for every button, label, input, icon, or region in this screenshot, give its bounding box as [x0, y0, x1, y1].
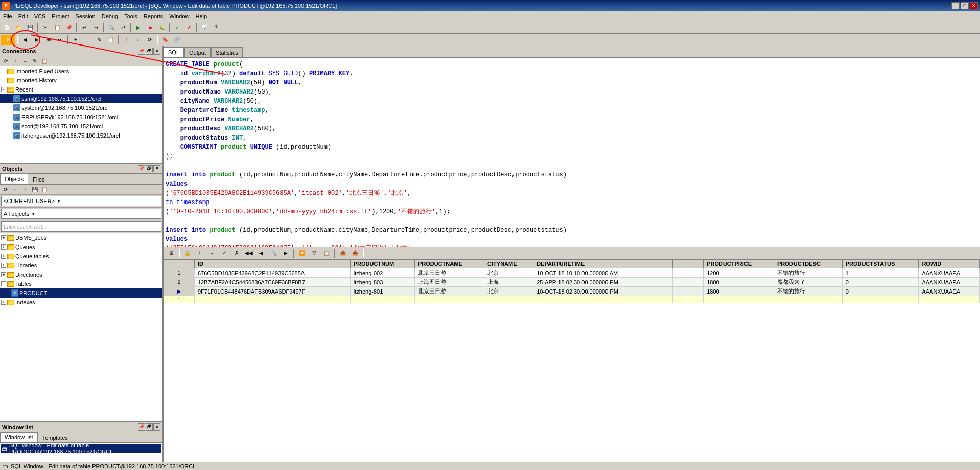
tb-debug[interactable]: 🐛 [156, 23, 168, 33]
obj-tb2[interactable]: ← [11, 185, 20, 194]
wl-tab-templates[interactable]: Templates [38, 432, 73, 442]
menu-item-file[interactable]: File [0, 11, 15, 21]
tb-find[interactable]: 🔍 [106, 23, 117, 33]
conn-tb3[interactable]: - [20, 57, 30, 66]
grid-tb-import[interactable]: 📥 [349, 248, 361, 258]
col-rowid[interactable]: ROWID [919, 260, 980, 268]
col-cityname[interactable]: CITYNAME [484, 260, 533, 268]
grid-tb-more[interactable]: ⋯ [366, 248, 377, 258]
tb-copy[interactable]: 📋 [52, 23, 63, 33]
col-productprice[interactable]: PRODUCTPRICE [704, 260, 774, 268]
obj-queues[interactable]: + 📁 Queues [0, 242, 162, 252]
wl-pin-btn[interactable]: 📌 [138, 423, 145, 431]
obj-tb4[interactable]: 💾 [30, 185, 39, 194]
obj-queue-tables[interactable]: + 📁 Queue tables [0, 252, 162, 261]
tb-new[interactable]: 📄 [1, 23, 12, 33]
conn-restore-btn[interactable]: 🗗 [146, 48, 153, 55]
cell-productname[interactable]: 北京三日游 [414, 268, 484, 278]
tb2-b6[interactable]: - [82, 35, 93, 45]
cell-cityname[interactable]: 上海 [484, 278, 533, 287]
tb2-b12[interactable]: 🔖 [159, 35, 171, 45]
obj-tb5[interactable]: 📋 [40, 185, 49, 194]
new-row-cell[interactable] [774, 296, 842, 303]
cell-productdesc[interactable]: 不错的旅行 [774, 287, 842, 296]
menu-item-reports[interactable]: Reports [141, 11, 167, 21]
new-row-cell[interactable] [350, 296, 414, 303]
menu-item-window[interactable]: Window [166, 11, 192, 21]
obj-indexes[interactable]: + 📁 Indexes [0, 298, 162, 307]
sql-editor[interactable]: CREATE TABLE product( id varchar2(32) de… [164, 58, 980, 247]
grid-tb-check[interactable]: ✓ [219, 248, 230, 258]
tb2-b10[interactable]: ↓ [132, 35, 144, 45]
expand-directories[interactable]: + [1, 272, 6, 277]
col-productnum[interactable]: PRODUCTNUM [350, 260, 414, 268]
grid-tb-delete[interactable]: - [206, 248, 218, 258]
sql-tab-output[interactable]: Output [184, 47, 211, 57]
conn-imported-fixed[interactable]: 📁 Imported Fixed Users [0, 66, 162, 76]
cell-departuretime[interactable]: 10-OCT-18 02.30.00.000000 PM [533, 287, 673, 296]
tb2-b7[interactable]: ✎ [94, 35, 105, 45]
tb-replace[interactable]: ⇄ [118, 23, 129, 33]
cell-dep-extra[interactable] [673, 287, 704, 296]
expand-queues[interactable]: + [1, 244, 6, 250]
cell-productstatus[interactable]: 0 [842, 287, 919, 296]
cell-productprice[interactable]: 1800 [704, 278, 774, 287]
grid-tb-next[interactable]: ▶ [280, 248, 291, 258]
cell-productname[interactable]: 上海五日游 [414, 278, 484, 287]
grid-tb-layout[interactable]: ⊞ [166, 248, 177, 258]
table-row[interactable]: 1676C5BD1035E429A8C2E114939C5685Aitzheng… [164, 268, 980, 278]
grid-tb-add[interactable]: + [194, 248, 205, 258]
col-id[interactable]: ID [195, 260, 351, 268]
new-row-cell[interactable] [414, 296, 484, 303]
conn-pin-btn[interactable]: 📌 [138, 48, 145, 55]
conn-system[interactable]: 🔌 system@192.168.75.100:1521/orcl [0, 103, 162, 113]
col-productdesc[interactable]: PRODUCTDESC [774, 260, 842, 268]
menu-item-help[interactable]: Help [192, 11, 210, 21]
grid-tb-filter[interactable]: 🔽 [296, 248, 308, 258]
new-row-cell[interactable] [704, 296, 774, 303]
wl-restore-btn[interactable]: 🗗 [146, 423, 153, 431]
new-row-cell[interactable] [195, 296, 351, 303]
obj-tb1[interactable]: ⟳ [1, 185, 10, 194]
grid-tb-filter2[interactable]: ▽ [309, 248, 320, 258]
tb-paste[interactable]: 📌 [63, 23, 75, 33]
tb-open[interactable]: 📂 [13, 23, 24, 33]
sql-tab-sql[interactable]: SQL [164, 47, 184, 57]
tb-explain[interactable]: 📊 [199, 23, 210, 33]
table-row[interactable]: 212B7ABF2A4C54456886A7C69F36BF8B7itzheng… [164, 278, 980, 287]
obj-restore-btn[interactable]: 🗗 [146, 165, 153, 172]
cell-dep-extra[interactable] [673, 278, 704, 287]
grid-tb-search[interactable]: 🔍 [268, 248, 279, 258]
tb2-b4[interactable]: ⏭ [55, 35, 66, 45]
conn-ssm[interactable]: 🔌 ssm@192.168.75.100:1521/orcl [0, 94, 162, 103]
tb2-b5[interactable]: + [70, 35, 81, 45]
minimize-button[interactable]: – [951, 2, 960, 9]
cell-cityname[interactable]: 北京 [484, 287, 533, 296]
tb-cut[interactable]: ✂ [40, 23, 51, 33]
cell-productprice[interactable]: 1200 [704, 268, 774, 278]
cell-productdesc[interactable]: 魔都我来了 [774, 278, 842, 287]
wl-tab-window-list[interactable]: Window list [0, 432, 38, 442]
menu-item-project[interactable]: Project [49, 11, 72, 21]
wl-item-sql-window[interactable]: 🗃 SQL Window - Edit data of table PRODUC… [1, 444, 161, 453]
new-row-cell[interactable] [673, 296, 704, 303]
tb-redo[interactable]: ↪ [90, 23, 102, 33]
tb-save[interactable]: 💾 [25, 23, 36, 33]
col-departuretime[interactable]: DEPARTURETIME [533, 260, 673, 268]
expand-dbms[interactable]: + [1, 235, 6, 240]
cell-productstatus[interactable]: 1 [842, 268, 919, 278]
conn-erpuser[interactable]: 🔌 ERPUSER@192.168.75.100:1521/orcl [0, 113, 162, 122]
tb-undo[interactable]: ↩ [79, 23, 90, 33]
tab-objects[interactable]: Objects [0, 174, 28, 184]
tb2-b11[interactable]: ⟳ [144, 35, 155, 45]
cell-productname[interactable]: 北京三日游 [414, 287, 484, 296]
new-row-cell[interactable] [533, 296, 673, 303]
menu-item-session[interactable]: Session [73, 11, 99, 21]
menu-item-debug[interactable]: Debug [99, 11, 121, 21]
cell-dep-extra[interactable] [673, 268, 704, 278]
grid-tb-left[interactable]: ◀◀ [243, 248, 254, 258]
cell-productstatus[interactable]: 0 [842, 278, 919, 287]
obj-libraries[interactable]: + 📁 Libraries [0, 261, 162, 270]
tb-run[interactable]: ▶ [133, 23, 144, 33]
current-user-dropdown[interactable]: <CURRENT USER> ▼ [1, 196, 161, 206]
